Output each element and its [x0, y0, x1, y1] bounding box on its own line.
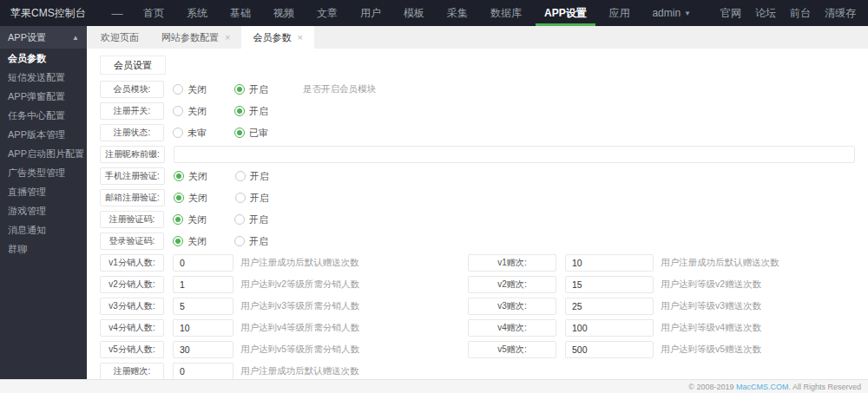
- number-input-v2赠次:[interactable]: [565, 276, 654, 293]
- number-input-v5分销人数:[interactable]: [173, 341, 233, 358]
- sidebar-item-群聊[interactable]: 群聊: [0, 239, 87, 259]
- field-label: 邮箱注册验证:: [100, 189, 165, 206]
- nav-item-系统[interactable]: 系统: [175, 0, 219, 26]
- nav-item-文章[interactable]: 文章: [306, 0, 349, 26]
- sidebar-item-APP启动图片配置[interactable]: APP启动图片配置: [0, 144, 87, 163]
- pair-right: v4赠次:用户达到等级v4赠送次数: [468, 319, 761, 337]
- radio-icon: [234, 106, 245, 116]
- collapse-menu-icon[interactable]: —: [102, 7, 132, 20]
- number-input-v3赠次:[interactable]: [565, 298, 654, 315]
- field-label: v4赠次:: [468, 319, 556, 337]
- number-input-v3分销人数:[interactable]: [173, 298, 233, 315]
- sidebar-item-直播管理[interactable]: 直播管理: [0, 182, 87, 201]
- sidebar-menu: 会员参数短信发送配置APP弹窗配置任务中心配置APP版本管理APP启动图片配置广…: [0, 49, 87, 259]
- number-input-v5赠次:[interactable]: [565, 341, 654, 358]
- sidebar-item-短信发送配置[interactable]: 短信发送配置: [0, 68, 87, 87]
- field-label: 会员模块:: [100, 81, 164, 98]
- sidebar-item-游戏管理[interactable]: 游戏管理: [0, 201, 87, 220]
- top-link-官网[interactable]: 官网: [720, 6, 741, 21]
- field-hint: 用户达到等级v2赠送次数: [661, 278, 761, 291]
- close-tab-icon[interactable]: ×: [225, 33, 230, 43]
- radio-option-开启[interactable]: 开启: [234, 83, 268, 96]
- copyright-text: © 2008-2019: [688, 383, 736, 391]
- field-label: 注册验证码:: [100, 211, 164, 228]
- form-row: 注册昵称前缀:: [100, 146, 855, 163]
- field-hint: 用户达到等级v3赠送次数: [661, 300, 761, 312]
- sidebar-item-广告类型管理[interactable]: 广告类型管理: [0, 163, 87, 182]
- field-label: v3赠次:: [468, 298, 556, 315]
- form-row: 注册验证码:关闭开启: [100, 211, 855, 228]
- top-link-论坛[interactable]: 论坛: [755, 6, 776, 21]
- radio-icon: [173, 214, 183, 225]
- nav-item-应用[interactable]: 应用: [598, 0, 641, 26]
- nav-item-APP设置[interactable]: APP设置: [533, 0, 598, 26]
- radio-icon: [235, 193, 246, 203]
- radio-option-未审[interactable]: 未审: [173, 127, 207, 140]
- number-input-v4赠次:[interactable]: [565, 319, 654, 337]
- radio-option-已审[interactable]: 已审: [234, 127, 268, 140]
- number-input-v1赠次:[interactable]: [565, 254, 654, 272]
- number-input-注册赠次:[interactable]: [173, 363, 233, 379]
- page-tabbar: 欢迎页面网站参数配置×会员参数×: [87, 26, 868, 49]
- radio-option-开启[interactable]: 开启: [235, 170, 269, 183]
- radio-option-开启[interactable]: 开启: [234, 105, 268, 118]
- top-link-前台[interactable]: 前台: [790, 6, 811, 21]
- main-area: 欢迎页面网站参数配置×会员参数× 会员设置 会员模块:关闭开启是否开启会员模块注…: [87, 26, 868, 379]
- sidebar-item-APP版本管理[interactable]: APP版本管理: [0, 125, 87, 144]
- nav-item-用户[interactable]: 用户: [349, 0, 392, 26]
- number-input-v4分销人数:[interactable]: [173, 319, 233, 337]
- maccms-link[interactable]: MacCMS.COM: [736, 383, 789, 391]
- radio-option-关闭[interactable]: 关闭: [173, 235, 207, 248]
- form-row: 注册开关:关闭开启: [100, 102, 855, 120]
- sidebar-group-label: APP设置: [8, 31, 46, 44]
- number-input-v2分销人数:[interactable]: [173, 276, 233, 293]
- radio-icon: [173, 106, 183, 116]
- field-label: 注册状态:: [100, 124, 164, 141]
- page-tab-欢迎页面[interactable]: 欢迎页面: [89, 26, 150, 49]
- sidebar-item-会员参数[interactable]: 会员参数: [0, 49, 87, 68]
- sidebar-item-APP弹窗配置[interactable]: APP弹窗配置: [0, 87, 87, 106]
- nav-item-采集[interactable]: 采集: [436, 0, 479, 26]
- admin-user-dropdown[interactable]: admin ▼: [652, 7, 691, 19]
- tab-member-settings[interactable]: 会员设置: [100, 56, 166, 75]
- field-label: 手机注册验证:: [100, 167, 165, 185]
- page-tab-label: 会员参数: [253, 26, 291, 49]
- sidebar-group-app-settings[interactable]: APP设置 ▲: [0, 26, 87, 49]
- radio-label: 开启: [249, 105, 268, 118]
- nav-item-数据库[interactable]: 数据库: [479, 0, 533, 26]
- radio-icon: [234, 84, 245, 95]
- nav-item-首页[interactable]: 首页: [132, 0, 175, 26]
- rights-text: . All Rights Reserved: [788, 383, 861, 391]
- form-row: v5分销人数:用户达到v5等级所需分销人数v5赠次:用户达到等级v5赠送次数: [100, 341, 855, 358]
- nav-item-模板[interactable]: 模板: [392, 0, 436, 26]
- form-row: 注册状态:未审已审: [100, 124, 855, 141]
- radio-icon: [173, 236, 183, 246]
- page-tab-会员参数[interactable]: 会员参数×: [241, 26, 313, 49]
- radio-option-关闭[interactable]: 关闭: [173, 83, 207, 96]
- radio-option-关闭[interactable]: 关闭: [173, 213, 207, 226]
- sidebar-item-消息通知[interactable]: 消息通知: [0, 220, 87, 239]
- radio-option-关闭[interactable]: 关闭: [174, 192, 207, 205]
- radio-option-关闭[interactable]: 关闭: [173, 105, 207, 118]
- close-tab-icon[interactable]: ×: [297, 33, 302, 43]
- number-input-v1分销人数:[interactable]: [173, 254, 233, 272]
- pair-left: 注册赠次:用户注册成功后默认赠送次数: [100, 363, 468, 379]
- top-link-清缓存[interactable]: 清缓存: [825, 6, 856, 21]
- radio-option-开启[interactable]: 开启: [235, 192, 269, 205]
- text-input-注册昵称前缀:[interactable]: [174, 146, 855, 163]
- field-hint: 用户达到v2等级所需分销人数: [240, 278, 359, 291]
- nav-item-视频[interactable]: 视频: [262, 0, 306, 26]
- form-row: v3分销人数:用户达到v3等级所需分销人数v3赠次:用户达到等级v3赠送次数: [100, 298, 855, 315]
- pair-right: v3赠次:用户达到等级v3赠送次数: [468, 298, 761, 315]
- radio-label: 关闭: [188, 192, 207, 205]
- field-label: 注册赠次:: [100, 363, 164, 379]
- radio-option-开启[interactable]: 开启: [234, 213, 268, 226]
- radio-icon: [234, 128, 245, 138]
- page-tab-网站参数配置[interactable]: 网站参数配置×: [150, 26, 241, 49]
- chevron-down-icon: ▼: [684, 10, 691, 17]
- nav-item-基础[interactable]: 基础: [219, 0, 262, 26]
- sidebar-item-任务中心配置[interactable]: 任务中心配置: [0, 106, 87, 125]
- field-label: v5赠次:: [468, 341, 556, 358]
- radio-option-开启[interactable]: 开启: [234, 235, 268, 248]
- radio-option-关闭[interactable]: 关闭: [174, 170, 207, 183]
